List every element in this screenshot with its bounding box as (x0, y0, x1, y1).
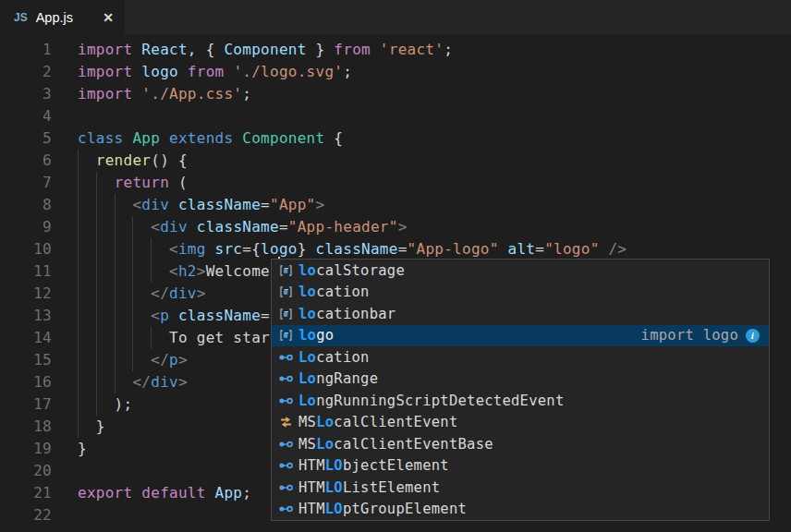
code-line-content[interactable]: <div className="App"> (52, 194, 791, 216)
line-number[interactable]: 21 (0, 482, 52, 504)
code-line[interactable]: 7 return ( (0, 172, 791, 194)
line-number[interactable]: 17 (0, 393, 52, 416)
line-number[interactable]: 4 (0, 105, 52, 127)
code-token: < (132, 196, 141, 213)
line-number[interactable]: 9 (0, 216, 52, 238)
tab-appjs[interactable]: JS App.js ✕ (0, 0, 125, 34)
code-token: < (151, 218, 160, 236)
indent-guide (96, 238, 97, 260)
code-line-content[interactable]: return ( (52, 172, 791, 194)
variable-kind-icon (277, 263, 294, 278)
code-token: img (178, 240, 206, 258)
code-line[interactable]: 1import React, { Component } from 'react… (0, 39, 791, 61)
suggestion-item[interactable]: LongRunningScriptDetectedEvent (272, 390, 769, 412)
code-token: go (279, 240, 298, 258)
indent-guide (78, 327, 79, 349)
info-icon[interactable]: i (746, 329, 760, 343)
line-number[interactable]: 13 (0, 305, 52, 327)
code-line[interactable]: 2import logo from './logo.svg'; (0, 61, 791, 83)
indent-guide (96, 194, 97, 216)
indent-guide (151, 260, 152, 283)
code-token: div (151, 373, 178, 391)
code-token: > (316, 196, 325, 213)
indent-guide (78, 260, 79, 283)
indent-guide (96, 172, 97, 194)
variable-kind-icon (277, 284, 294, 299)
line-number[interactable]: 7 (0, 172, 52, 194)
suggestion-item[interactable]: MSLocalClientEventBase (272, 433, 769, 455)
line-number[interactable]: 19 (0, 438, 52, 460)
code-token: ; (444, 41, 453, 58)
code-line[interactable]: 4 (0, 105, 791, 127)
suggestion-item[interactable]: localStorage (272, 260, 769, 282)
intellisense-suggest-widget[interactable]: localStoragelocationlocationbarlogoimpor… (271, 259, 770, 521)
code-line[interactable]: 5class App extends Component { (0, 127, 791, 150)
suggestion-item[interactable]: HTMLObjectElement (272, 455, 769, 478)
suggestion-item[interactable]: Location (272, 346, 769, 369)
match-highlight: Lo (316, 414, 334, 430)
line-number[interactable]: 16 (0, 371, 52, 393)
match-highlight: lo (298, 306, 316, 322)
line-number[interactable]: 11 (0, 260, 52, 283)
close-tab-icon[interactable]: ✕ (101, 8, 116, 27)
match-highlight: Lo (298, 349, 316, 366)
code-line-content[interactable]: render() { (52, 150, 791, 172)
indent-guide (78, 305, 79, 327)
suggestion-item-selected[interactable]: logoimport logoi (272, 325, 769, 347)
line-number[interactable]: 10 (0, 238, 52, 260)
code-line[interactable]: 10 <img src={logo} className="App-logo" … (0, 238, 791, 260)
suggestion-label: LongRunningScriptDetectedEvent (298, 393, 564, 409)
suggestion-item[interactable]: HTMLOptGroupElement (272, 499, 769, 521)
line-number[interactable]: 2 (0, 61, 52, 83)
code-token: </ (151, 284, 169, 302)
code-token (160, 129, 169, 147)
match-highlight: Lo (316, 436, 334, 453)
suggestion-label: LongRange (298, 370, 378, 387)
code-token: "App-header" (288, 218, 398, 236)
code-line-content[interactable]: import React, { Component } from 'react'… (52, 39, 791, 61)
suggestion-label: location (298, 284, 370, 300)
indent-guide (96, 305, 97, 327)
line-number[interactable]: 1 (0, 39, 52, 61)
code-line[interactable]: 6 render() { (0, 150, 791, 172)
code-line-content[interactable]: import './App.css'; (52, 83, 791, 105)
code-line-content[interactable]: <div className="App-header"> (52, 216, 791, 238)
suggestion-item[interactable]: HTMLOListElement (272, 477, 769, 499)
code-line-content[interactable]: class App extends Component { (52, 127, 791, 150)
line-number[interactable]: 8 (0, 194, 52, 216)
line-number[interactable]: 18 (0, 416, 52, 438)
code-line[interactable]: 8 <div className="App"> (0, 194, 791, 216)
code-token: ; (242, 85, 251, 103)
code-token: { (324, 129, 343, 147)
indent-guide (151, 238, 152, 260)
code-line-content[interactable]: <img src={logo} className="App-logo" alt… (52, 238, 791, 260)
field-kind-icon (277, 458, 294, 473)
suggestion-item[interactable]: MSLocalClientEvent (272, 412, 769, 434)
code-token (224, 63, 233, 80)
code-line[interactable]: 9 <div className="App-header"> (0, 216, 791, 238)
line-number[interactable]: 6 (0, 150, 52, 172)
suggestion-label: MSLocalClientEvent (298, 414, 458, 430)
suggestion-item[interactable]: LongRange (272, 369, 769, 391)
code-token (78, 373, 132, 391)
code-line-content[interactable]: import logo from './logo.svg'; (52, 61, 791, 83)
code-token (371, 41, 380, 58)
line-number[interactable]: 20 (0, 460, 52, 482)
code-token: ; (343, 63, 352, 80)
suggestion-item[interactable]: location (272, 282, 769, 304)
indent-guide (132, 349, 133, 371)
code-token: /> (608, 240, 627, 258)
code-line-content[interactable] (52, 105, 791, 127)
line-number[interactable]: 3 (0, 83, 52, 105)
suggestion-item[interactable]: locationbar (272, 303, 769, 325)
indent-guide (132, 238, 133, 260)
suggestion-label: MSLocalClientEventBase (298, 436, 493, 453)
line-number[interactable]: 12 (0, 283, 52, 305)
code-line[interactable]: 3import './App.css'; (0, 83, 791, 105)
line-number[interactable]: 5 (0, 127, 52, 150)
match-highlight: lo (298, 262, 316, 279)
line-number[interactable]: 22 (0, 504, 52, 526)
line-number[interactable]: 14 (0, 327, 52, 349)
line-number[interactable]: 15 (0, 349, 52, 371)
code-token: App (215, 484, 243, 502)
